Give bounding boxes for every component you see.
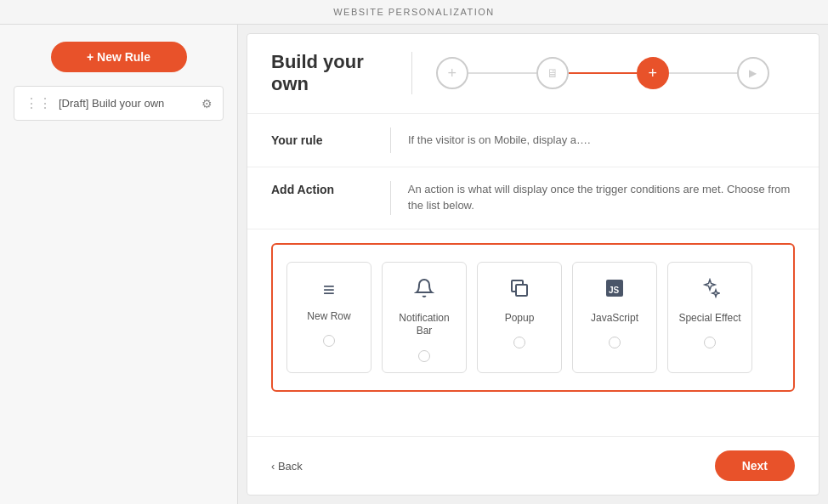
new-rule-button[interactable]: + New Rule [51, 42, 187, 72]
rule-label: Your rule [271, 133, 373, 147]
title-divider [411, 52, 412, 94]
action-cards-container: ≡ New Row Notification Bar [271, 243, 795, 392]
action-card-special-effect[interactable]: Special Effect [667, 262, 752, 373]
svg-rect-1 [516, 285, 527, 296]
action-card-notification-bar[interactable]: Notification Bar [382, 262, 467, 373]
rule-description: If the visitor is on Mobile, display a…. [408, 133, 591, 146]
javascript-icon: JS [604, 278, 625, 303]
new-row-icon: ≡ [323, 278, 335, 302]
back-link[interactable]: ‹ Back [271, 460, 303, 473]
top-bar: WEBSITE PERSONALIZATION [0, 0, 828, 25]
special-effect-radio[interactable] [704, 337, 716, 348]
step-3-circle[interactable]: + [637, 57, 669, 89]
new-row-radio[interactable] [323, 335, 335, 347]
notification-bar-radio[interactable] [418, 350, 430, 362]
main-content: Build your own + 🖥 + [247, 33, 819, 496]
top-bar-title: WEBSITE PERSONALIZATION [333, 7, 495, 17]
rule-row: Your rule If the visitor is on Mobile, d… [247, 114, 819, 167]
new-row-label: New Row [307, 310, 350, 324]
svg-text:JS: JS [609, 286, 620, 295]
rule-divider [390, 127, 391, 153]
add-action-label: Add Action [271, 181, 373, 196]
step-2-icon: 🖥 [547, 66, 559, 80]
special-effect-label: Special Effect [678, 312, 740, 326]
javascript-radio[interactable] [609, 337, 621, 348]
new-rule-label: + New Rule [87, 50, 150, 64]
special-effect-icon [700, 278, 720, 303]
drag-handle-icon: ⋮⋮ [25, 95, 52, 111]
step-line-1 [468, 72, 536, 74]
javascript-label: JavaScript [591, 312, 638, 326]
step-1-icon: + [448, 65, 457, 82]
action-card-new-row[interactable]: ≡ New Row [286, 262, 371, 373]
notification-bar-label: Notification Bar [391, 312, 457, 338]
page-title: Build your own [271, 51, 364, 96]
rule-item-label: [Draft] Build your own [59, 97, 164, 110]
gear-icon[interactable]: ⚙ [201, 97, 213, 110]
step-line-2 [569, 72, 637, 74]
action-divider [390, 181, 391, 215]
action-description: An action is what will display once the … [408, 181, 795, 214]
action-card-popup[interactable]: Popup [477, 262, 562, 373]
action-cards: ≡ New Row Notification Bar [286, 262, 780, 373]
step-line-3 [669, 72, 737, 74]
step-3-icon: + [649, 65, 658, 82]
add-action-row: Add Action An action is what will displa… [247, 167, 819, 229]
action-card-javascript[interactable]: JS JavaScript [572, 262, 657, 373]
notification-bar-icon [414, 278, 434, 303]
step-2-circle[interactable]: 🖥 [536, 57, 569, 89]
step-1-circle[interactable]: + [436, 57, 468, 89]
rule-item[interactable]: ⋮⋮ [Draft] Build your own ⚙ [14, 86, 224, 121]
page-title-section: Build your own [271, 51, 364, 96]
step-nav: + 🖥 + ▶ [436, 57, 795, 89]
rule-item-left: ⋮⋮ [Draft] Build your own [25, 95, 164, 111]
popup-icon [509, 278, 530, 303]
content-footer: ‹ Back Next [247, 436, 819, 495]
content-header: Build your own + 🖥 + [247, 34, 819, 114]
popup-radio[interactable] [513, 337, 525, 348]
popup-label: Popup [505, 312, 535, 326]
step-4-circle[interactable]: ▶ [737, 57, 769, 89]
sidebar: + New Rule ⋮⋮ [Draft] Build your own ⚙ [0, 25, 238, 504]
next-button[interactable]: Next [715, 450, 795, 481]
step-4-icon: ▶ [749, 67, 757, 79]
